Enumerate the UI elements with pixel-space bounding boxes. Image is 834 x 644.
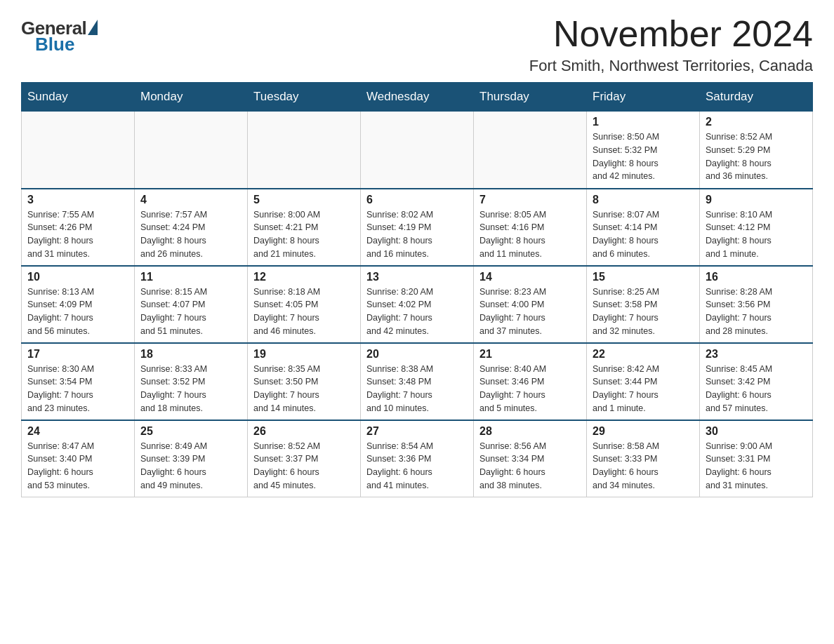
- calendar-cell: [248, 112, 361, 189]
- day-number: 11: [140, 271, 241, 283]
- day-number: 23: [706, 348, 807, 361]
- day-info: Sunrise: 8:23 AM Sunset: 4:00 PM Dayligh…: [479, 286, 581, 338]
- day-number: 14: [479, 271, 581, 283]
- calendar-cell: 12Sunrise: 8:18 AM Sunset: 4:05 PM Dayli…: [248, 266, 361, 343]
- calendar-cell: 11Sunrise: 8:15 AM Sunset: 4:07 PM Dayli…: [135, 266, 248, 343]
- calendar-cell: [361, 112, 474, 189]
- logo-triangle-icon: [88, 20, 98, 35]
- day-number: 9: [706, 194, 807, 206]
- day-number: 27: [366, 425, 468, 438]
- calendar-cell: 20Sunrise: 8:38 AM Sunset: 3:48 PM Dayli…: [361, 343, 474, 420]
- day-number: 20: [366, 348, 468, 361]
- day-info: Sunrise: 8:50 AM Sunset: 5:32 PM Dayligh…: [593, 130, 694, 183]
- calendar-cell: 25Sunrise: 8:49 AM Sunset: 3:39 PM Dayli…: [135, 420, 248, 497]
- day-number: 4: [140, 194, 241, 206]
- day-number: 28: [479, 425, 581, 438]
- day-info: Sunrise: 7:55 AM Sunset: 4:26 PM Dayligh…: [27, 208, 128, 261]
- day-info: Sunrise: 8:15 AM Sunset: 4:07 PM Dayligh…: [140, 286, 241, 338]
- day-info: Sunrise: 8:10 AM Sunset: 4:12 PM Dayligh…: [706, 208, 807, 261]
- day-info: Sunrise: 8:56 AM Sunset: 3:34 PM Dayligh…: [479, 440, 581, 492]
- calendar-cell: [474, 112, 587, 189]
- calendar-cell: 1Sunrise: 8:50 AM Sunset: 5:32 PM Daylig…: [587, 112, 700, 189]
- calendar-cell: 27Sunrise: 8:54 AM Sunset: 3:36 PM Dayli…: [361, 420, 474, 497]
- day-info: Sunrise: 8:05 AM Sunset: 4:16 PM Dayligh…: [479, 208, 581, 261]
- day-info: Sunrise: 8:18 AM Sunset: 4:05 PM Dayligh…: [253, 286, 355, 338]
- day-number: 26: [253, 425, 355, 438]
- day-info: Sunrise: 8:54 AM Sunset: 3:36 PM Dayligh…: [366, 440, 468, 492]
- day-info: Sunrise: 8:35 AM Sunset: 3:50 PM Dayligh…: [253, 363, 355, 415]
- day-of-week-header: Saturday: [700, 83, 813, 112]
- day-info: Sunrise: 8:58 AM Sunset: 3:33 PM Dayligh…: [593, 440, 694, 492]
- day-number: 7: [479, 194, 581, 206]
- day-number: 12: [253, 271, 355, 283]
- calendar-cell: 23Sunrise: 8:45 AM Sunset: 3:42 PM Dayli…: [700, 343, 813, 420]
- calendar-cell: 22Sunrise: 8:42 AM Sunset: 3:44 PM Dayli…: [587, 343, 700, 420]
- day-info: Sunrise: 8:52 AM Sunset: 5:29 PM Dayligh…: [706, 130, 807, 183]
- day-of-week-header: Monday: [135, 83, 248, 112]
- day-info: Sunrise: 8:13 AM Sunset: 4:09 PM Dayligh…: [27, 286, 128, 338]
- day-info: Sunrise: 8:30 AM Sunset: 3:54 PM Dayligh…: [27, 363, 128, 415]
- day-number: 21: [479, 348, 581, 361]
- day-of-week-header: Friday: [587, 83, 700, 112]
- calendar-cell: 13Sunrise: 8:20 AM Sunset: 4:02 PM Dayli…: [361, 266, 474, 343]
- day-of-week-header: Wednesday: [361, 83, 474, 112]
- calendar-cell: 8Sunrise: 8:07 AM Sunset: 4:14 PM Daylig…: [587, 189, 700, 266]
- calendar-cell: 2Sunrise: 8:52 AM Sunset: 5:29 PM Daylig…: [700, 112, 813, 189]
- day-info: Sunrise: 8:52 AM Sunset: 3:37 PM Dayligh…: [253, 440, 355, 492]
- day-number: 24: [27, 425, 128, 438]
- calendar-cell: 24Sunrise: 8:47 AM Sunset: 3:40 PM Dayli…: [22, 420, 135, 497]
- day-number: 5: [253, 194, 355, 206]
- calendar-week-row: 24Sunrise: 8:47 AM Sunset: 3:40 PM Dayli…: [22, 420, 813, 497]
- calendar-cell: 21Sunrise: 8:40 AM Sunset: 3:46 PM Dayli…: [474, 343, 587, 420]
- calendar-cell: 7Sunrise: 8:05 AM Sunset: 4:16 PM Daylig…: [474, 189, 587, 266]
- page-header: General Blue November 2024 Fort Smith, N…: [21, 14, 813, 75]
- day-number: 15: [593, 271, 694, 283]
- day-info: Sunrise: 8:20 AM Sunset: 4:02 PM Dayligh…: [366, 286, 468, 338]
- day-number: 22: [593, 348, 694, 361]
- calendar-cell: 28Sunrise: 8:56 AM Sunset: 3:34 PM Dayli…: [474, 420, 587, 497]
- day-number: 16: [706, 271, 807, 283]
- day-number: 13: [366, 271, 468, 283]
- calendar-cell: 26Sunrise: 8:52 AM Sunset: 3:37 PM Dayli…: [248, 420, 361, 497]
- logo-blue-text: Blue: [34, 34, 74, 55]
- day-number: 6: [366, 194, 468, 206]
- day-number: 10: [27, 271, 128, 283]
- day-info: Sunrise: 7:57 AM Sunset: 4:24 PM Dayligh…: [140, 208, 241, 261]
- day-info: Sunrise: 8:28 AM Sunset: 3:56 PM Dayligh…: [706, 286, 807, 338]
- calendar-week-row: 1Sunrise: 8:50 AM Sunset: 5:32 PM Daylig…: [22, 112, 813, 189]
- logo: General Blue: [21, 14, 98, 55]
- calendar-cell: 18Sunrise: 8:33 AM Sunset: 3:52 PM Dayli…: [135, 343, 248, 420]
- calendar-cell: 29Sunrise: 8:58 AM Sunset: 3:33 PM Dayli…: [587, 420, 700, 497]
- day-number: 25: [140, 425, 241, 438]
- day-of-week-header: Sunday: [22, 83, 135, 112]
- calendar-cell: 9Sunrise: 8:10 AM Sunset: 4:12 PM Daylig…: [700, 189, 813, 266]
- calendar-week-row: 17Sunrise: 8:30 AM Sunset: 3:54 PM Dayli…: [22, 343, 813, 420]
- calendar-cell: 19Sunrise: 8:35 AM Sunset: 3:50 PM Dayli…: [248, 343, 361, 420]
- calendar-week-row: 3Sunrise: 7:55 AM Sunset: 4:26 PM Daylig…: [22, 189, 813, 266]
- calendar-cell: 5Sunrise: 8:00 AM Sunset: 4:21 PM Daylig…: [248, 189, 361, 266]
- day-number: 30: [706, 425, 807, 438]
- day-number: 3: [27, 194, 128, 206]
- day-of-week-header: Tuesday: [248, 83, 361, 112]
- day-number: 18: [140, 348, 241, 361]
- title-block: November 2024 Fort Smith, Northwest Terr…: [529, 14, 813, 75]
- day-number: 29: [593, 425, 694, 438]
- calendar-header-row: SundayMondayTuesdayWednesdayThursdayFrid…: [22, 83, 813, 112]
- day-info: Sunrise: 8:38 AM Sunset: 3:48 PM Dayligh…: [366, 363, 468, 415]
- day-info: Sunrise: 8:25 AM Sunset: 3:58 PM Dayligh…: [593, 286, 694, 338]
- calendar-cell: 14Sunrise: 8:23 AM Sunset: 4:00 PM Dayli…: [474, 266, 587, 343]
- calendar-cell: 17Sunrise: 8:30 AM Sunset: 3:54 PM Dayli…: [22, 343, 135, 420]
- calendar-cell: 3Sunrise: 7:55 AM Sunset: 4:26 PM Daylig…: [22, 189, 135, 266]
- day-info: Sunrise: 8:45 AM Sunset: 3:42 PM Dayligh…: [706, 363, 807, 415]
- calendar-cell: 15Sunrise: 8:25 AM Sunset: 3:58 PM Dayli…: [587, 266, 700, 343]
- day-info: Sunrise: 8:49 AM Sunset: 3:39 PM Dayligh…: [140, 440, 241, 492]
- calendar-cell: 30Sunrise: 9:00 AM Sunset: 3:31 PM Dayli…: [700, 420, 813, 497]
- day-number: 2: [706, 116, 807, 128]
- day-info: Sunrise: 8:02 AM Sunset: 4:19 PM Dayligh…: [366, 208, 468, 261]
- calendar-week-row: 10Sunrise: 8:13 AM Sunset: 4:09 PM Dayli…: [22, 266, 813, 343]
- day-info: Sunrise: 8:47 AM Sunset: 3:40 PM Dayligh…: [27, 440, 128, 492]
- day-info: Sunrise: 8:07 AM Sunset: 4:14 PM Dayligh…: [593, 208, 694, 261]
- day-info: Sunrise: 9:00 AM Sunset: 3:31 PM Dayligh…: [706, 440, 807, 492]
- day-info: Sunrise: 8:00 AM Sunset: 4:21 PM Dayligh…: [253, 208, 355, 261]
- calendar-table: SundayMondayTuesdayWednesdayThursdayFrid…: [21, 82, 813, 497]
